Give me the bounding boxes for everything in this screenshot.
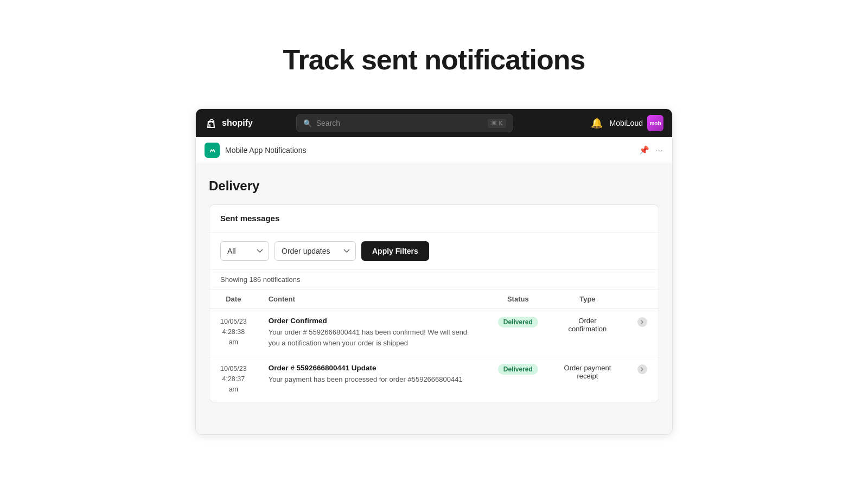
col-status: Status	[487, 290, 549, 309]
cell-date: 10/05/234:28:37am	[209, 356, 258, 402]
col-action	[626, 290, 659, 309]
page-hero: Track sent notifications	[0, 0, 868, 108]
app-bar-actions: 📌 ···	[639, 145, 663, 155]
table-row: 10/05/234:28:38amOrder ConfirmedYour ord…	[209, 309, 659, 356]
content-body: Your order # 5592666800441 has been conf…	[269, 327, 476, 348]
cell-type: Order confirmation	[549, 309, 626, 356]
pin-icon[interactable]: 📌	[639, 145, 649, 155]
main-content: Delivery Sent messages All Order updates…	[196, 163, 672, 434]
cell-content: Order ConfirmedYour order # 559266680044…	[258, 309, 487, 356]
row-action-icon[interactable]	[637, 317, 648, 328]
user-name: MobiLoud	[609, 119, 643, 127]
filter-all-select[interactable]: All	[220, 241, 269, 261]
topbar: S shopify 🔍 Search ⌘ K 🔔 MobiLoud mob	[196, 109, 672, 137]
shopify-logo-text: shopify	[222, 118, 253, 128]
search-shortcut: ⌘ K	[488, 119, 506, 128]
col-type: Type	[549, 290, 626, 309]
cell-status: Delivered	[487, 356, 549, 402]
apply-filters-button[interactable]: Apply Filters	[361, 241, 429, 261]
cell-action[interactable]	[626, 309, 659, 356]
topbar-right: 🔔 MobiLoud mob	[591, 115, 663, 131]
filter-order-updates-select[interactable]: Order updates	[275, 241, 356, 261]
delivery-title: Delivery	[209, 178, 659, 194]
cell-date: 10/05/234:28:38am	[209, 309, 258, 356]
content-title: Order # 5592666800441 Update	[269, 364, 476, 372]
more-options-icon[interactable]: ···	[655, 145, 663, 155]
cell-type: Order payment receipt	[549, 356, 626, 402]
page-title: Track sent notifications	[11, 43, 857, 76]
notifications-table: Date Content Status Type 10/05/234:28:38…	[209, 290, 659, 402]
content-body: Your payment has been processed for orde…	[269, 374, 476, 385]
app-name: Mobile App Notifications	[225, 146, 306, 155]
card-header: Sent messages	[209, 205, 659, 233]
search-icon: 🔍	[303, 119, 312, 127]
sent-messages-label: Sent messages	[220, 214, 279, 223]
type-label: Order confirmation	[569, 317, 607, 333]
app-bar: Mobile App Notifications 📌 ···	[196, 137, 672, 163]
status-badge: Delivered	[498, 317, 538, 328]
table-row: 10/05/234:28:37amOrder # 5592666800441 U…	[209, 356, 659, 402]
cell-status: Delivered	[487, 309, 549, 356]
row-action-icon[interactable]	[637, 364, 648, 375]
cell-content: Order # 5592666800441 UpdateYour payment…	[258, 356, 487, 402]
col-date: Date	[209, 290, 258, 309]
svg-text:S: S	[208, 124, 211, 127]
content-title: Order Confirmed	[269, 317, 476, 325]
shopify-logo: S shopify	[205, 117, 253, 130]
status-badge: Delivered	[498, 364, 538, 375]
sent-messages-card: Sent messages All Order updates Apply Fi…	[209, 204, 659, 402]
showing-count: Showing 186 notifications	[209, 270, 659, 290]
cell-action[interactable]	[626, 356, 659, 402]
table-header-row: Date Content Status Type	[209, 290, 659, 309]
type-label: Order payment receipt	[564, 364, 611, 380]
shopify-wrapper: S shopify 🔍 Search ⌘ K 🔔 MobiLoud mob Mo…	[195, 108, 673, 435]
search-bar[interactable]: 🔍 Search ⌘ K	[296, 114, 513, 132]
filters-row: All Order updates Apply Filters	[209, 233, 659, 270]
col-content: Content	[258, 290, 487, 309]
user-section: MobiLoud mob	[609, 115, 663, 131]
bell-icon[interactable]: 🔔	[591, 117, 603, 129]
user-avatar: mob	[647, 115, 663, 131]
app-icon	[205, 143, 220, 158]
app-logo-icon	[207, 145, 217, 155]
shopify-bag-icon: S	[205, 117, 218, 130]
search-placeholder: Search	[316, 119, 340, 127]
